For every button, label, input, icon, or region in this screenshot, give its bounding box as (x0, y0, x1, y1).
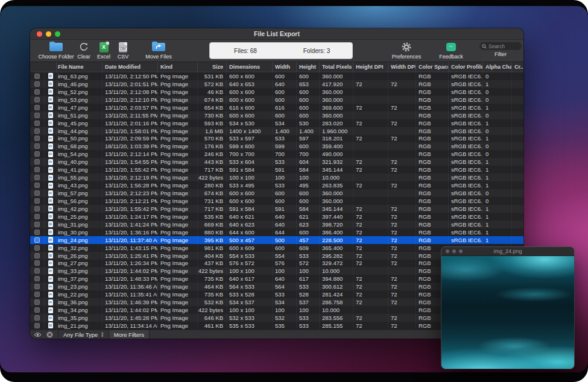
file-icon (48, 284, 53, 290)
table-row[interactable]: img_25.png 13/11/20, 1:24:17 PM Png Imag… (30, 213, 523, 221)
cell-width-dpi: 72 (388, 221, 416, 228)
search-field[interactable] (479, 42, 522, 50)
table-row[interactable]: img_57.png 13/11/20, 2:12:23 PM Png Imag… (30, 189, 523, 197)
cell-total-pixels: 1.960.000 (320, 127, 353, 135)
cell-width: 640 (273, 275, 297, 283)
table-row[interactable]: img_44.png 13/11/20, 1:58:01 PM Png Imag… (30, 127, 523, 135)
header-alpha-channel[interactable]: Alpha Chan... (483, 62, 512, 72)
row-checkbox[interactable] (34, 198, 40, 204)
more-filters-button[interactable]: More Filters (109, 330, 150, 339)
table-row[interactable]: img_40.png 13/11/20, 1:54:55 PM Png Imag… (30, 158, 523, 166)
minimize-button[interactable] (46, 31, 51, 37)
row-checkbox[interactable] (34, 121, 40, 126)
table-row[interactable]: img_53.png 13/11/20, 2:12:10 PM Png Imag… (30, 96, 523, 104)
row-checkbox[interactable] (34, 245, 40, 251)
row-checkbox[interactable] (34, 292, 40, 297)
cell-width: 100 (273, 174, 297, 181)
header-total-pixels[interactable]: Total Pixels (320, 62, 353, 72)
table-row[interactable]: img_41.png 13/11/20, 1:55:42 PM Png Imag… (30, 166, 523, 174)
row-checkbox[interactable] (34, 151, 40, 157)
table-row[interactable]: img_47.png 13/11/20, 2:03:57 PM Png Imag… (30, 104, 523, 111)
row-checkbox[interactable] (34, 253, 40, 258)
row-checkbox[interactable] (34, 299, 40, 305)
cell-file-name: img_57.png (57, 189, 103, 197)
header-date-modified[interactable]: Date Modified (103, 62, 158, 72)
header-height-dpi[interactable]: Height DPI (353, 62, 388, 72)
cell-alpha-channel: 1 (483, 80, 512, 88)
table-row[interactable]: img_56.png 13/11/20, 2:12:21 PM Png Imag… (30, 197, 523, 205)
visibility-toggle[interactable] (30, 330, 45, 339)
close-button[interactable] (37, 31, 42, 37)
search-input[interactable] (488, 43, 517, 49)
table-row[interactable]: img_45.png 13/11/20, 2:01:16 PM Png Imag… (30, 119, 523, 127)
table-row[interactable]: img_30.png 13/11/20, 1:36:16 PM Png Imag… (30, 228, 523, 236)
header-color-space[interactable]: Color Space (416, 62, 449, 72)
cell-size: 535 KB (198, 213, 227, 221)
header-height[interactable]: Height (297, 62, 320, 72)
row-checkbox[interactable] (34, 284, 40, 289)
row-checkbox[interactable] (34, 113, 40, 118)
row-checkbox[interactable] (34, 190, 40, 196)
file-type-dropdown[interactable]: Any File Type ∧∨ (58, 330, 109, 339)
header-dimensions[interactable]: Dimensions (227, 62, 273, 72)
row-checkbox[interactable] (34, 105, 40, 110)
eye-icon (34, 332, 42, 337)
table-row[interactable]: img_54.png 13/11/20, 2:12:14 PM Png Imag… (30, 150, 523, 158)
cell-date-modified: 13/11/20, 1:48:33 PM (103, 275, 158, 283)
row-checkbox[interactable] (34, 323, 40, 328)
row-checkbox[interactable] (34, 206, 40, 211)
row-checkbox[interactable] (34, 315, 40, 321)
header-width[interactable]: Width (273, 62, 297, 72)
zoom-button[interactable] (55, 31, 60, 37)
cell-alpha-channel: 0 (483, 142, 512, 150)
feedback-button[interactable]: '' Feedback (433, 42, 469, 60)
row-checkbox[interactable] (34, 81, 40, 87)
table-row[interactable]: img_52.png 13/11/20, 2:12:08 PM Png Imag… (30, 88, 523, 96)
cell-dimensions: 600 x 600 (227, 111, 273, 119)
row-checkbox[interactable] (34, 128, 40, 134)
table-row[interactable]: img_46.png 13/11/20, 2:01:51 PM Png Imag… (30, 80, 523, 88)
move-files-button[interactable]: Move Files (142, 42, 175, 60)
header-color-profile[interactable]: Color Profile (449, 62, 483, 72)
header-size[interactable]: Size (198, 62, 227, 72)
table-row[interactable]: img_42.png 13/11/20, 1:55:42 PM Png Imag… (30, 205, 523, 213)
header-cr[interactable]: Cr... (512, 62, 523, 72)
row-checkbox[interactable] (34, 260, 40, 266)
row-checkbox[interactable] (34, 74, 40, 79)
row-checkbox[interactable] (34, 222, 40, 227)
preferences-button[interactable]: Preferences (387, 42, 426, 60)
row-checkbox[interactable] (34, 97, 40, 102)
header-file-name[interactable]: File Name (57, 62, 103, 72)
row-checkbox[interactable] (34, 214, 40, 219)
toolbar: Choose Folder Clear X Excel CSV CSV (30, 40, 523, 62)
table-row[interactable]: img_63.png 13/11/20, 2:12:50 PM Png Imag… (30, 72, 523, 80)
table-row[interactable]: img_43.png 13/11/20, 1:56:28 PM Png Imag… (30, 181, 523, 189)
table-row[interactable]: img_51.png 13/11/20, 2:11:55 PM Png Imag… (30, 111, 523, 119)
file-icon (48, 120, 53, 126)
row-checkbox[interactable] (34, 175, 40, 180)
csv-export-button[interactable]: CSV CSV (112, 42, 134, 60)
row-checkbox[interactable] (34, 237, 40, 243)
table-row[interactable]: img_68.png 18/11/20, 1:03:39 PM Png Imag… (30, 142, 523, 150)
row-checkbox[interactable] (34, 230, 40, 235)
table-row[interactable]: img_31.png 13/11/20, 1:41:24 PM Png Imag… (30, 221, 523, 228)
header-width-dpi[interactable]: Width DPI (388, 62, 416, 72)
choose-folder-button[interactable]: Choose Folder (35, 42, 77, 60)
table-row[interactable]: img_24.png 13/11/20, 11:37:40 AM Png Ima… (30, 236, 523, 244)
row-checkbox[interactable] (34, 167, 40, 172)
header-kind[interactable]: Kind (158, 62, 198, 72)
file-icon (48, 221, 53, 227)
row-checkbox[interactable] (34, 276, 40, 281)
row-checkbox[interactable] (34, 307, 40, 313)
table-row[interactable]: img_50.png 13/11/20, 2:09:59 PM Png Imag… (30, 135, 523, 143)
row-checkbox[interactable] (34, 159, 40, 164)
preview-traffic-lights[interactable] (446, 249, 463, 253)
row-checkbox[interactable] (34, 183, 40, 188)
clear-filter-button[interactable] (45, 330, 58, 339)
table-row[interactable]: img_55.png 13/11/20, 2:12:19 PM Png Imag… (30, 174, 523, 181)
cell-height: 528 (297, 290, 320, 298)
row-checkbox[interactable] (34, 143, 40, 149)
row-checkbox[interactable] (34, 136, 40, 141)
row-checkbox[interactable] (34, 89, 40, 95)
row-checkbox[interactable] (34, 268, 40, 274)
